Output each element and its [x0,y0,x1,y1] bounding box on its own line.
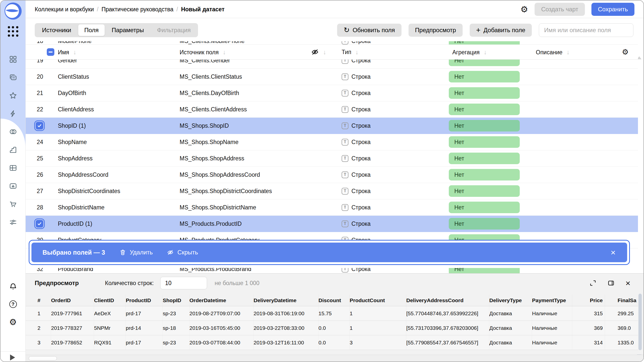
field-row[interactable]: 19GenderMS_Clients.GenderTСтрокаНет [26,60,638,69]
preview-column-header[interactable]: DeliveryDatetime [254,295,318,306]
tab-parameters[interactable]: Параметры [106,24,150,36]
sort-icon[interactable]: ↓ [73,49,76,56]
aggregation-select[interactable]: Нет [449,87,520,99]
field-row[interactable]: 32ProductBrandMS_Products.ProductBrandTС… [26,268,638,273]
add-field-button[interactable]: + Добавить поле [470,24,532,37]
field-row[interactable]: 24ShopNameMS_Shops.ShopNameTСтрокаНет [26,134,638,150]
column-header-description[interactable]: Описание [536,49,562,56]
field-type-cell[interactable]: TСтрока [336,155,447,162]
aggregation-select[interactable]: Нет [449,153,520,164]
field-row[interactable]: 28ShopDistrictNameMS_Shops.ShopDistrictN… [26,199,638,216]
field-type-cell[interactable]: TСтрока [336,188,447,195]
preview-column-header[interactable]: # [37,295,51,306]
field-type-cell[interactable]: TСтрока [336,204,447,211]
field-type-cell[interactable]: TСтрока [336,41,447,44]
aggregation-select[interactable]: Нет [449,169,520,180]
field-row[interactable]: ProductID (1)MS_Products.ProductIDTСтрок… [26,216,638,232]
preview-column-header[interactable]: ProductID [126,295,163,306]
sidebar-item-connections-icon[interactable] [9,109,18,118]
aggregation-select[interactable]: Нет [449,120,520,131]
aggregation-select[interactable]: Нет [449,202,520,213]
dataset-settings-gear-icon[interactable]: ⚙ [520,5,528,14]
preview-vertical-scrollbar[interactable] [638,294,642,351]
row-checkbox-checked[interactable] [36,122,43,129]
help-icon[interactable]: ? [9,300,18,309]
tab-sources[interactable]: Источники [36,24,77,36]
field-type-cell[interactable]: TСтрока [336,122,447,129]
preview-close-icon[interactable]: × [625,279,630,287]
row-checkbox-checked[interactable] [36,220,43,228]
sidebar-item-marketplace-icon[interactable] [9,200,18,209]
apps-grid-icon[interactable] [8,26,18,37]
aggregation-select[interactable]: Нет [449,185,520,197]
field-type-cell[interactable]: TСтрока [336,106,447,113]
preview-column-header[interactable]: Discount [318,295,350,306]
aggregation-select[interactable]: Нет [449,60,520,66]
field-type-cell[interactable]: TСтрока [336,171,447,178]
field-type-cell[interactable]: TСтрока [336,90,447,97]
aggregation-select[interactable]: Нет [449,268,520,273]
field-row[interactable]: 26ShopAddressCoordMS_Shops.ShopAddressCo… [26,167,638,183]
save-button[interactable]: Сохранить [591,3,634,16]
field-type-cell[interactable]: TСтрока [336,139,447,146]
preview-column-header[interactable]: ClientID [94,295,126,306]
datalens-logo-icon[interactable] [4,2,22,20]
field-search-input[interactable] [539,23,633,37]
preview-column-header[interactable]: DeliveryType [489,295,532,306]
delete-selected-button[interactable]: Удалить [119,249,153,256]
sidebar-item-favorites-icon[interactable] [9,91,18,100]
column-header-source[interactable]: Источник поля [180,49,219,56]
column-header-aggregation[interactable]: Агрегация [452,49,479,56]
sidebar-item-storage-icon[interactable] [9,182,18,191]
sort-icon[interactable]: ↓ [323,49,326,56]
aggregation-select[interactable]: Нет [449,104,520,115]
settings-gear-icon[interactable]: ⚙ [9,318,18,327]
sort-icon[interactable]: ↓ [567,49,570,56]
sidebar-item-services-icon[interactable] [9,218,18,227]
field-type-cell[interactable]: TСтрока [336,60,447,64]
sidebar-item-charts-icon[interactable] [9,145,18,154]
scrollbar-thumb[interactable] [29,356,57,360]
sidebar-item-dashboards-icon[interactable] [9,55,18,64]
sidebar-item-datasets-icon[interactable] [9,127,18,136]
field-type-cell[interactable]: TСтрока [336,268,447,273]
field-row[interactable]: ShopID (1)MS_Shops.ShopIDTСтрокаНет [26,118,638,134]
preview-column-header[interactable]: PaymentType [532,295,572,306]
sort-icon[interactable]: ↓ [223,49,226,56]
create-chart-button[interactable]: Создать чарт [535,3,585,16]
tab-fields[interactable]: Поля [78,24,105,36]
hide-selected-button[interactable]: Скрыть [167,249,198,256]
field-type-cell[interactable]: TСтрока [336,73,447,80]
sidebar-item-tables-icon[interactable] [9,163,18,172]
field-row[interactable]: 25ShopAddressMS_Shops.ShopAddressTСтрока… [26,150,638,167]
field-row[interactable]: 20ClientStatusMS_Clients.ClientStatusTСт… [26,69,638,85]
aggregation-select[interactable]: Нет [449,218,520,230]
preview-column-header[interactable]: OrderID [51,295,94,306]
column-header-type[interactable]: Тип [342,49,351,56]
field-row[interactable]: 27ShopDistrictCoordinatesMS_Shops.ShopDi… [26,183,638,199]
aggregation-select[interactable]: Нет [449,136,520,148]
sort-icon[interactable]: ↓ [484,49,487,56]
field-row[interactable]: 21DayOfBirthMS_Clients.DayOfBirthTСтрока… [26,85,638,101]
preview-column-header[interactable]: OrderDatetime [189,295,254,306]
field-type-cell[interactable]: TСтрока [336,220,447,227]
preview-horizontal-scrollbar[interactable] [22,355,643,361]
hidden-eye-icon[interactable] [311,48,319,56]
banner-close-icon[interactable]: × [611,248,616,257]
sort-icon[interactable]: ↓ [355,49,358,56]
notifications-bell-icon[interactable] [9,282,18,291]
preview-column-header[interactable]: FinalSa [605,295,638,306]
expand-preview-icon[interactable] [589,279,597,287]
row-count-input[interactable] [160,277,207,289]
split-view-icon[interactable] [607,279,615,287]
sidebar-expand-icon[interactable] [10,354,15,360]
breadcrumb-item[interactable]: Практические руководства [101,6,173,13]
preview-column-header[interactable]: ShopID [163,295,189,306]
field-row[interactable]: 22ClientAddressMS_Clients.ClientAddressT… [26,101,638,118]
preview-column-header[interactable]: DeliveryAddressCoord [406,295,489,306]
breadcrumb-item[interactable]: Коллекции и воркбуки [35,6,94,13]
aggregation-select[interactable]: Нет [449,71,520,82]
sidebar-item-collections-icon[interactable] [9,73,18,82]
field-row[interactable]: 18MobilePhoneMS_Clients.MobilePhoneTСтро… [26,41,638,44]
column-header-name[interactable]: Имя [58,49,69,56]
